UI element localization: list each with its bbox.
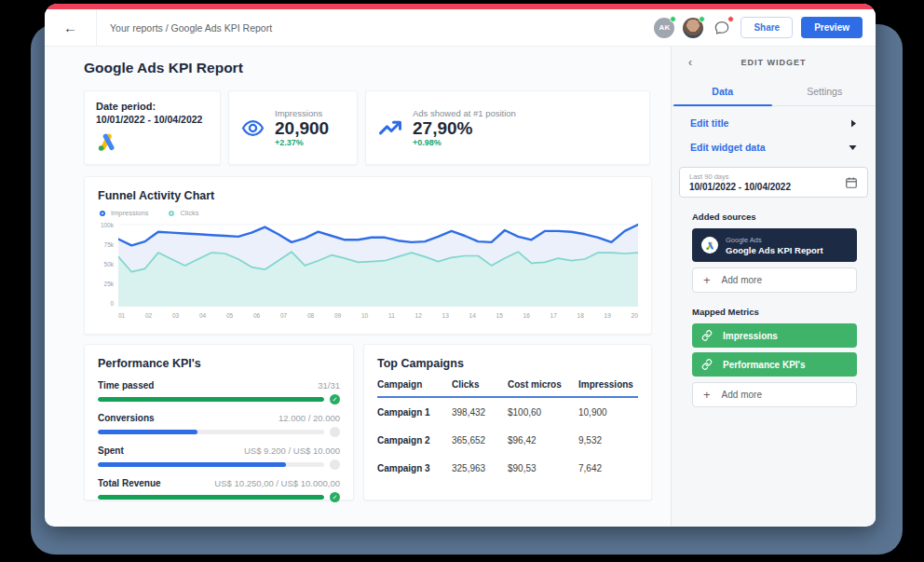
panel-back-chevron-icon[interactable]: ‹ — [688, 56, 692, 69]
legend-item-clicks[interactable]: Clicks — [169, 209, 198, 217]
table-cell: Campaign 2 — [377, 435, 452, 445]
funnel-chart-card[interactable]: Funnel Activity Chart ImpressionsClicks … — [84, 176, 652, 335]
mapped-metric-impressions[interactable]: Impressions — [692, 323, 857, 348]
kpi-progress-row: Time passed31/31✓ — [98, 380, 340, 404]
mapped-metrics-list: ImpressionsPerformance KPI's — [672, 323, 876, 377]
x-tick: 04 — [199, 312, 206, 319]
kpi-value: US$ 10.250,00 / US$ 10.000,00 — [214, 478, 340, 488]
back-button[interactable]: ← — [45, 9, 97, 46]
notification-dot — [727, 16, 734, 22]
campaigns-table: CampaignClicksCost microsImpressions Cam… — [377, 379, 638, 482]
source-card-google-ads[interactable]: Google Ads Google Ads KPI Report — [692, 228, 857, 262]
kpi-value: 31/31 — [318, 380, 340, 391]
preview-button[interactable]: Preview — [801, 17, 863, 38]
edit-widget-data-row[interactable]: Edit widget data — [672, 130, 876, 155]
table-cell: Campaign 3 — [377, 463, 452, 473]
column-header: Cost micros — [508, 379, 578, 390]
eye-icon — [240, 116, 265, 141]
impressions-card[interactable]: Impressions 20,900 +2.37% — [228, 90, 358, 165]
impressions-label: Impressions — [275, 108, 329, 118]
kpi-label: Spent — [98, 445, 124, 456]
position-label: Ads showed at #1 position — [413, 108, 516, 118]
date-period-range: 10/01/2022 - 10/04/2022 — [96, 114, 209, 125]
mapped-metric-label: Impressions — [723, 331, 778, 341]
x-tick: 18 — [578, 312, 584, 319]
tab-data[interactable]: Data — [672, 78, 774, 105]
breadcrumb[interactable]: Your reports / Google Ads KPI Report — [110, 22, 272, 34]
chat-button[interactable] — [712, 18, 732, 38]
position-delta: +0.98% — [413, 138, 516, 147]
x-tick: 03 — [172, 312, 179, 319]
source-name: Google Ads KPI Report — [726, 245, 823, 255]
caret-right-icon — [850, 119, 857, 128]
x-tick: 06 — [253, 312, 260, 319]
kpi-cards-row: Date period: 10/01/2022 - 10/04/2022 — [84, 90, 652, 165]
edit-widget-data-label: Edit widget data — [690, 142, 766, 153]
table-row: Campaign 3325,963$90,537,642 — [377, 454, 638, 482]
source-provider: Google Ads — [726, 236, 823, 244]
mapped-metric-performance-kpi-s[interactable]: Performance KPI's — [692, 352, 857, 377]
y-tick: 50k — [104, 262, 114, 268]
pending-circle-icon — [330, 459, 340, 470]
progress-fill — [98, 397, 324, 402]
online-status-dot — [670, 16, 676, 22]
avatar-photo[interactable] — [683, 18, 703, 38]
online-status-dot — [699, 16, 705, 22]
position-value: 27,90% — [413, 118, 516, 139]
top-campaigns-card[interactable]: Top Campaigns CampaignClicksCost microsI… — [363, 344, 652, 500]
google-ads-logo-icon — [96, 130, 118, 153]
bottom-widgets-row: Performance KPI's Time passed31/31✓Conve… — [84, 344, 652, 500]
legend-label: Impressions — [111, 209, 148, 217]
edit-title-row[interactable]: Edit title — [672, 106, 876, 130]
google-ads-logo-icon — [701, 237, 718, 254]
table-cell: $96,42 — [508, 435, 578, 445]
x-tick: 13 — [442, 312, 449, 319]
legend-dot-icon — [100, 211, 105, 216]
avatar-initials: AK — [659, 23, 671, 32]
table-cell: $90,53 — [508, 463, 578, 473]
performance-rows: Time passed31/31✓Conversions12.000 / 20.… — [98, 380, 340, 502]
table-cell: 10,900 — [578, 407, 640, 418]
chat-bubble-icon — [714, 21, 729, 35]
y-tick: 75k — [104, 242, 114, 249]
date-period-label: Date period: — [96, 101, 209, 112]
performance-kpi-card[interactable]: Performance KPI's Time passed31/31✓Conve… — [84, 344, 354, 500]
campaigns-table-header: CampaignClicksCost microsImpressions — [377, 379, 638, 398]
add-more-label: Add more — [722, 390, 762, 400]
progress-track — [98, 430, 324, 434]
kpi-value: 12.000 / 20.000 — [279, 413, 340, 423]
tab-settings[interactable]: Settings — [774, 78, 876, 105]
table-cell: 398,432 — [452, 407, 508, 418]
date-preset-label: Last 90 days — [689, 172, 791, 181]
check-circle-icon: ✓ — [330, 492, 340, 502]
mapped-metrics-label: Mapped Metrics — [692, 307, 876, 317]
share-button[interactable]: Share — [741, 17, 793, 38]
legend-item-impressions[interactable]: Impressions — [100, 209, 148, 217]
page-title: Google Ads KPI Report — [84, 60, 671, 76]
x-tick: 11 — [388, 312, 395, 319]
progress-fill — [98, 462, 286, 467]
edit-widget-header: ‹ EDIT WIDGET — [672, 47, 876, 78]
date-range-value: 10/01/2022 - 10/04/2022 — [689, 182, 791, 192]
link-icon — [701, 359, 713, 370]
app-window: ← Your reports / Google Ads KPI Report A… — [45, 4, 876, 527]
plus-icon: + — [703, 389, 711, 401]
add-more-label: Add more — [722, 275, 762, 285]
avatar-ak[interactable]: AK — [654, 18, 674, 38]
kpi-label: Conversions — [98, 413, 155, 423]
edit-title-label: Edit title — [690, 117, 728, 129]
y-axis-ticks: 100k75k50k25k0 — [98, 223, 118, 307]
date-period-card[interactable]: Date period: 10/01/2022 - 10/04/2022 — [84, 90, 221, 165]
x-tick: 05 — [226, 312, 233, 319]
pending-circle-icon — [330, 427, 340, 437]
y-tick: 25k — [104, 281, 114, 288]
position-card[interactable]: Ads showed at #1 position 27,90% +0.98% — [365, 90, 650, 165]
add-metric-button[interactable]: + Add more — [692, 382, 857, 407]
x-tick: 09 — [334, 312, 341, 319]
table-row: Campaign 2365,652$96,429,532 — [377, 426, 638, 454]
add-source-button[interactable]: + Add more — [692, 267, 857, 293]
date-range-field[interactable]: Last 90 days 10/01/2022 - 10/04/2022 — [679, 167, 868, 198]
mapped-metric-label: Performance KPI's — [723, 360, 806, 370]
back-arrow-icon: ← — [63, 20, 77, 35]
check-circle-icon: ✓ — [330, 394, 340, 404]
